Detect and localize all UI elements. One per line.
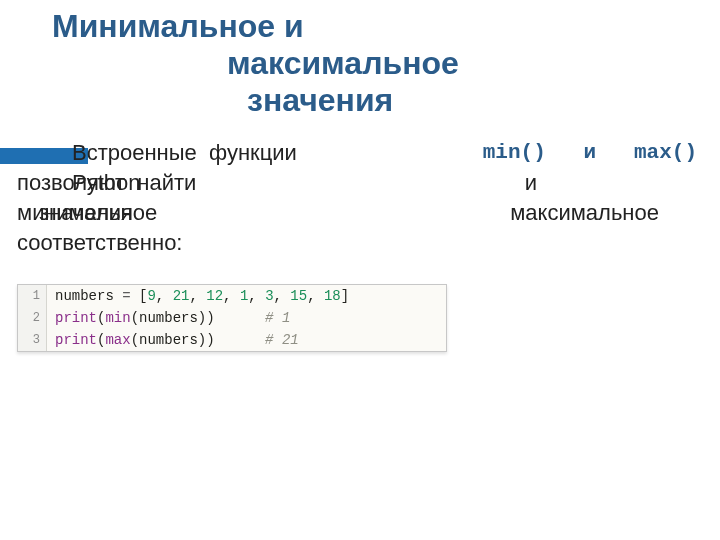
body-row-3: значения минимальное максимальное <box>17 198 697 228</box>
body-r3-over: минимальное <box>17 198 157 228</box>
line-number: 3 <box>18 329 47 351</box>
body-row-2: Python позволяют найти и <box>17 168 697 198</box>
code-snippet: 1numbers = [9, 21, 12, 1, 3, 15, 18]2pri… <box>17 284 447 352</box>
title-line-1: Минимальное и <box>52 8 672 45</box>
code-content: numbers = [9, 21, 12, 1, 3, 15, 18] <box>47 285 446 307</box>
code-line: 1numbers = [9, 21, 12, 1, 3, 15, 18] <box>18 285 446 307</box>
code-line: 2print(min(numbers)) # 1 <box>18 307 446 329</box>
line-number: 1 <box>18 285 47 307</box>
body-text: Встроенные функции min() и max() Python … <box>17 138 697 258</box>
code-content: print(min(numbers)) # 1 <box>47 307 446 329</box>
body-row-1: Встроенные функции min() и max() <box>17 138 697 168</box>
slide-title: Минимальное и максимальное значения <box>52 8 672 119</box>
slide: Минимальное и максимальное значения Встр… <box>0 0 720 540</box>
body-r1-left: Встроенные функции <box>17 138 297 168</box>
body-r2-over: позволяют найти <box>17 168 196 198</box>
code-content: print(max(numbers)) # 21 <box>47 329 446 351</box>
keyword-min-max: min() и max() <box>483 138 697 168</box>
code-line: 3print(max(numbers)) # 21 <box>18 329 446 351</box>
title-line-3: значения <box>52 82 672 119</box>
body-r2-right: и <box>525 168 697 198</box>
body-r3-right: максимальное <box>510 198 697 228</box>
body-row-4: соответственно: <box>17 228 697 258</box>
line-number: 2 <box>18 307 47 329</box>
title-line-2: максимальное <box>52 45 672 82</box>
